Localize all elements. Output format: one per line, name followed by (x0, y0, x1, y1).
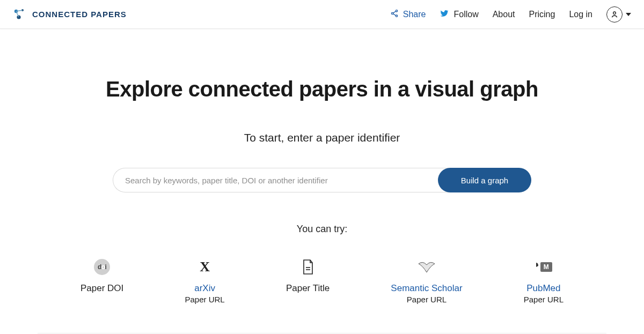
try-item-label: Paper Title (286, 283, 330, 294)
pricing-link[interactable]: Pricing (529, 10, 555, 19)
search-row: Build a graph (113, 168, 531, 192)
svg-line-8 (393, 11, 396, 13)
try-item-pubmed[interactable]: M PubMed Paper URL (524, 258, 564, 304)
arxiv-icon: Χ (200, 258, 210, 276)
page-subtitle: To start, enter a paper identifier (244, 131, 400, 144)
document-icon (302, 258, 314, 276)
connected-papers-logo-icon (13, 8, 27, 21)
try-item-doi[interactable]: doi Paper DOI (80, 258, 123, 304)
page-title: Explore connected papers in a visual gra… (106, 77, 538, 101)
chevron-down-icon (626, 13, 631, 16)
try-item-label: Paper DOI (80, 283, 123, 294)
about-link[interactable]: About (493, 10, 515, 19)
try-label: You can try: (297, 224, 347, 235)
login-link[interactable]: Log in (569, 10, 592, 19)
doi-icon: doi (94, 258, 110, 276)
share-icon (390, 9, 399, 20)
share-label: Share (403, 10, 426, 19)
build-graph-button[interactable]: Build a graph (438, 168, 531, 192)
svg-line-9 (393, 13, 396, 15)
try-item-title[interactable]: Paper Title (286, 258, 330, 304)
about-label: About (493, 10, 515, 19)
header: CONNECTED PAPERS Share Follow About (0, 0, 644, 29)
user-icon (606, 6, 623, 23)
pricing-label: Pricing (529, 10, 555, 19)
brand-text: CONNECTED PAPERS (32, 10, 127, 19)
twitter-icon (440, 9, 449, 20)
hero: Explore connected papers in a visual gra… (0, 29, 644, 333)
try-item-sub: Paper URL (524, 295, 564, 304)
nav: Share Follow About Pricing Log in (390, 6, 631, 23)
login-label: Log in (569, 10, 592, 19)
try-item-sub: Paper URL (407, 295, 447, 304)
brand[interactable]: CONNECTED PAPERS (13, 8, 127, 21)
divider (38, 333, 606, 333)
follow-button[interactable]: Follow (440, 9, 478, 20)
try-item-arxiv[interactable]: Χ arXiv Paper URL (185, 258, 225, 304)
try-row: doi Paper DOI Χ arXiv Paper URL Paper Ti… (80, 258, 564, 304)
try-item-label: Semantic Scholar (391, 283, 462, 294)
follow-label: Follow (453, 10, 478, 19)
try-item-sub: Paper URL (185, 295, 225, 304)
account-menu[interactable] (606, 6, 631, 23)
svg-point-10 (613, 12, 616, 14)
semantic-scholar-icon (418, 258, 436, 276)
try-item-label: arXiv (194, 283, 215, 294)
try-item-label: PubMed (526, 283, 560, 294)
pubmed-icon: M (535, 258, 552, 276)
search-input[interactable] (113, 168, 451, 192)
share-button[interactable]: Share (390, 9, 426, 20)
try-item-semantic-scholar[interactable]: Semantic Scholar Paper URL (391, 258, 462, 304)
